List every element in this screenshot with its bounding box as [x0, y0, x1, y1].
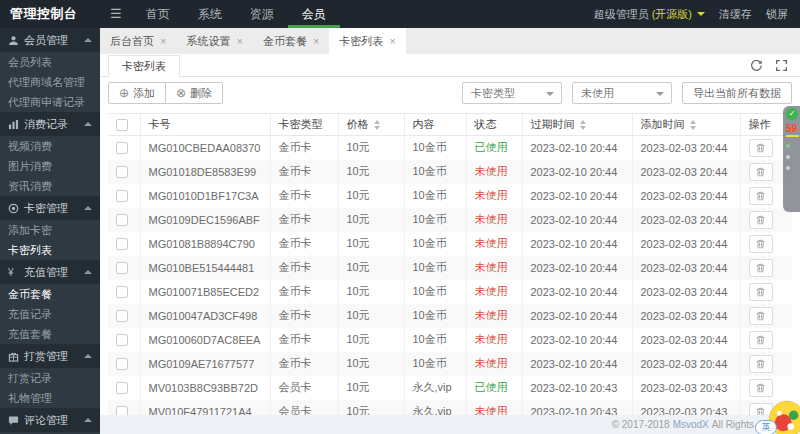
sort-icon[interactable] — [690, 120, 696, 130]
sidebar-section-6[interactable]: 评论管理 — [0, 408, 100, 432]
table-head: 卡号卡密类型价格内容状态过期时间添加时间操作 — [108, 114, 792, 136]
fullscreen-icon[interactable] — [775, 59, 788, 72]
nav-item-2[interactable]: 系统 — [184, 0, 236, 28]
tab-4[interactable]: 卡密列表× — [329, 28, 405, 54]
sidebar-item-4-3[interactable]: 充值套餐 — [0, 324, 100, 344]
col-header-3: 卡密类型 — [270, 114, 338, 136]
cell-type: 会员卡 — [270, 376, 338, 400]
cell-expire: 2023-02-10 20:43 — [522, 376, 632, 400]
delete-button[interactable]: ⊗删除 — [165, 82, 223, 104]
sort-icon[interactable] — [580, 120, 586, 130]
add-button[interactable]: ⊕添加 — [108, 82, 166, 104]
delete-row-button[interactable] — [749, 235, 773, 253]
row-checkbox[interactable] — [116, 358, 128, 370]
row-checkbox[interactable] — [116, 406, 128, 415]
nav-item-3[interactable]: 资源 — [236, 0, 288, 28]
footer: © 2017-2018 MsvodX All Rights — [100, 415, 800, 434]
refresh-icon[interactable] — [750, 59, 763, 72]
sidebar-section-4[interactable]: ¥充值管理 — [0, 260, 100, 284]
delete-row-button[interactable] — [749, 187, 773, 205]
delete-row-button[interactable] — [749, 163, 773, 181]
cell-price: 10元 — [338, 376, 404, 400]
cell-card-no: MG010BE515444481 — [140, 256, 270, 280]
row-checkbox[interactable] — [116, 262, 128, 274]
cell-added: 2023-02-03 20:44 — [632, 280, 740, 304]
tab-label: 后台首页 — [110, 34, 154, 49]
brand-link[interactable]: MsvodX — [673, 419, 709, 430]
sidebar-item-1-3[interactable]: 代理商申请记录 — [0, 92, 100, 112]
sidebar-item-4-2[interactable]: 充值记录 — [0, 304, 100, 324]
extension-score: 59 — [786, 123, 800, 134]
cell-content: 10金币 — [404, 208, 466, 232]
select-all-checkbox[interactable] — [116, 119, 128, 131]
delete-row-button[interactable] — [749, 211, 773, 229]
table-row: MG010071B85ECED2金币卡10元10金币未使用2023-02-10 … — [108, 280, 792, 304]
sidebar-section-3[interactable]: 卡密管理 — [0, 196, 100, 220]
cell-added: 2023-02-03 20:44 — [632, 136, 740, 160]
cell-content: 10金币 — [404, 280, 466, 304]
export-button[interactable]: 导出当前所有数据 — [682, 82, 792, 104]
tab-close-icon[interactable]: × — [313, 35, 319, 47]
status-select[interactable]: 未使用 — [572, 82, 672, 104]
row-checkbox[interactable] — [116, 334, 128, 346]
cell-content: 永久,vip — [404, 376, 466, 400]
cell-type: 金币卡 — [270, 256, 338, 280]
delete-row-button[interactable] — [749, 355, 773, 373]
delete-row-button[interactable] — [749, 139, 773, 157]
row-checkbox[interactable] — [116, 190, 128, 202]
sidebar-item-2-2[interactable]: 图片消费 — [0, 156, 100, 176]
row-checkbox[interactable] — [116, 166, 128, 178]
delete-row-button[interactable] — [749, 283, 773, 301]
sidebar-item-5-2[interactable]: 礼物管理 — [0, 388, 100, 408]
menu-toggle-icon[interactable]: ☰ — [100, 0, 132, 28]
delete-row-button[interactable] — [749, 331, 773, 349]
row-checkbox[interactable] — [116, 286, 128, 298]
row-checkbox[interactable] — [116, 310, 128, 322]
sidebar-section-1[interactable]: 会员管理 — [0, 28, 100, 52]
lock-screen-link[interactable]: 锁屏 — [766, 7, 788, 22]
sidebar-section-2[interactable]: 消费记录 — [0, 112, 100, 136]
browser-extension-widget[interactable]: ✓ 59 — [783, 106, 800, 212]
card-type-select[interactable]: 卡密类型 — [462, 82, 562, 104]
col-header-6: 状态 — [466, 114, 522, 136]
tab-close-icon[interactable]: × — [389, 35, 395, 47]
clear-cache-link[interactable]: 清缓存 — [719, 7, 752, 22]
sidebar-item-1-1[interactable]: 会员列表 — [0, 52, 100, 72]
tab-close-icon[interactable]: × — [160, 35, 166, 47]
row-checkbox[interactable] — [116, 214, 128, 226]
row-checkbox[interactable] — [116, 238, 128, 250]
row-checkbox[interactable] — [116, 142, 128, 154]
translate-language-badge[interactable]: 英 — [755, 420, 777, 434]
delete-row-button[interactable] — [749, 379, 773, 397]
cell-expire: 2023-02-10 20:44 — [522, 256, 632, 280]
tab-3[interactable]: 金币套餐× — [253, 28, 329, 54]
chart-icon — [8, 119, 19, 130]
sidebar-item-2-1[interactable]: 视频消费 — [0, 136, 100, 156]
tab-2[interactable]: 系统设置× — [176, 28, 252, 54]
cell-content: 10金币 — [404, 160, 466, 184]
panel-actions — [750, 59, 800, 76]
translate-float-widget[interactable]: 英 — [745, 399, 800, 434]
sidebar-item-3-1[interactable]: 添加卡密 — [0, 220, 100, 240]
sidebar-item-4-1[interactable]: 金币套餐 — [0, 284, 100, 304]
tab-1[interactable]: 后台首页× — [100, 28, 176, 54]
panel-tab-card-list[interactable]: 卡密列表 — [108, 55, 180, 77]
score-underline — [786, 135, 799, 137]
table-row: MG0109AE71677577金币卡10元10金币未使用2023-02-10 … — [108, 352, 792, 376]
row-checkbox[interactable] — [116, 382, 128, 394]
sidebar-item-3-2[interactable]: 卡密列表 — [0, 240, 100, 260]
user-menu[interactable]: 超级管理员 (开源版) — [594, 7, 705, 22]
tab-close-icon[interactable]: × — [236, 35, 242, 47]
sidebar-item-5-1[interactable]: 打赏记录 — [0, 368, 100, 388]
sidebar-item-2-3[interactable]: 资讯消费 — [0, 176, 100, 196]
cell-added: 2023-02-03 20:44 — [632, 208, 740, 232]
nav-item-1[interactable]: 首页 — [132, 0, 184, 28]
delete-row-button[interactable] — [749, 259, 773, 277]
sidebar-section-5[interactable]: 打赏管理 — [0, 344, 100, 368]
cell-added: 2023-02-03 20:44 — [632, 304, 740, 328]
sidebar-item-1-2[interactable]: 代理商域名管理 — [0, 72, 100, 92]
collapse-arrow-icon — [84, 38, 92, 42]
sort-icon[interactable] — [374, 120, 380, 130]
nav-item-4[interactable]: 会员 — [288, 0, 340, 28]
delete-row-button[interactable] — [749, 307, 773, 325]
